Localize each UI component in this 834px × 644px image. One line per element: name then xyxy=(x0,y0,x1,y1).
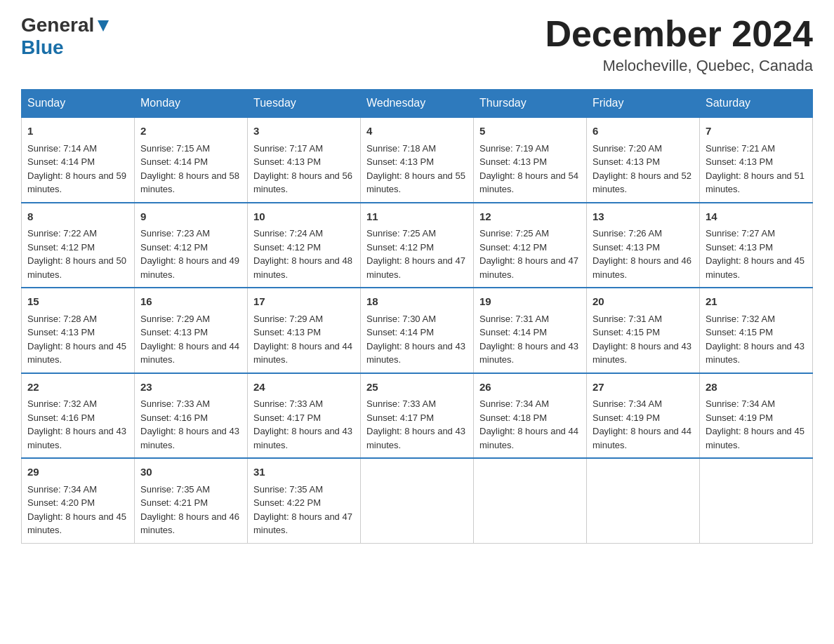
sunrise-text: Sunrise: 7:26 AM xyxy=(593,228,662,239)
col-sunday: Sunday xyxy=(22,90,135,118)
table-row: 3 Sunrise: 7:17 AM Sunset: 4:13 PM Dayli… xyxy=(248,117,361,203)
sunset-text: Sunset: 4:13 PM xyxy=(366,156,434,167)
logo-blue-text: Blue xyxy=(21,36,64,59)
day-number: 18 xyxy=(366,294,468,310)
sunset-text: Sunset: 4:16 PM xyxy=(140,412,208,423)
sunrise-text: Sunrise: 7:30 AM xyxy=(366,314,436,324)
day-number: 15 xyxy=(27,294,128,310)
sunset-text: Sunset: 4:14 PM xyxy=(366,327,434,337)
sunset-text: Sunset: 4:13 PM xyxy=(706,242,773,253)
sunset-text: Sunset: 4:19 PM xyxy=(593,412,660,423)
sunrise-text: Sunrise: 7:18 AM xyxy=(366,143,436,154)
day-number: 20 xyxy=(593,294,694,310)
day-number: 29 xyxy=(27,464,128,481)
table-row: 26 Sunrise: 7:34 AM Sunset: 4:18 PM Dayl… xyxy=(474,373,587,459)
table-row: 12 Sunrise: 7:25 AM Sunset: 4:12 PM Dayl… xyxy=(474,203,587,288)
day-number: 22 xyxy=(27,380,128,396)
table-row: 15 Sunrise: 7:28 AM Sunset: 4:13 PM Dayl… xyxy=(22,288,135,373)
daylight-text: Daylight: 8 hours and 43 minutes. xyxy=(706,341,805,365)
daylight-text: Daylight: 8 hours and 45 minutes. xyxy=(27,511,126,536)
sunrise-text: Sunrise: 7:33 AM xyxy=(366,398,436,409)
sunrise-text: Sunrise: 7:34 AM xyxy=(593,398,662,409)
daylight-text: Daylight: 8 hours and 43 minutes. xyxy=(593,341,691,365)
sunrise-text: Sunrise: 7:34 AM xyxy=(27,484,97,495)
sunrise-text: Sunrise: 7:20 AM xyxy=(593,143,662,154)
table-row: 8 Sunrise: 7:22 AM Sunset: 4:12 PM Dayli… xyxy=(22,203,135,288)
sunrise-text: Sunrise: 7:35 AM xyxy=(253,484,323,495)
day-number: 26 xyxy=(479,380,581,396)
sunrise-text: Sunrise: 7:29 AM xyxy=(253,314,323,324)
table-row: 4 Sunrise: 7:18 AM Sunset: 4:13 PM Dayli… xyxy=(361,117,474,203)
logo-general-text: General xyxy=(21,14,94,36)
table-row: 28 Sunrise: 7:34 AM Sunset: 4:19 PM Dayl… xyxy=(700,373,813,459)
day-number: 12 xyxy=(479,209,581,225)
sunrise-text: Sunrise: 7:31 AM xyxy=(593,314,662,324)
sunset-text: Sunset: 4:13 PM xyxy=(706,156,773,167)
table-row: 9 Sunrise: 7:23 AM Sunset: 4:12 PM Dayli… xyxy=(135,203,248,288)
day-number: 25 xyxy=(366,380,468,396)
sunset-text: Sunset: 4:13 PM xyxy=(479,156,547,167)
sunrise-text: Sunrise: 7:19 AM xyxy=(479,143,549,154)
sunrise-text: Sunrise: 7:35 AM xyxy=(140,484,210,495)
table-row: 31 Sunrise: 7:35 AM Sunset: 4:22 PM Dayl… xyxy=(248,458,361,543)
daylight-text: Daylight: 8 hours and 56 minutes. xyxy=(253,170,352,195)
daylight-text: Daylight: 8 hours and 54 minutes. xyxy=(479,170,578,195)
sunset-text: Sunset: 4:13 PM xyxy=(140,327,208,337)
table-row: 25 Sunrise: 7:33 AM Sunset: 4:17 PM Dayl… xyxy=(361,373,474,459)
daylight-text: Daylight: 8 hours and 45 minutes. xyxy=(706,255,805,280)
table-row: 23 Sunrise: 7:33 AM Sunset: 4:16 PM Dayl… xyxy=(135,373,248,459)
sunset-text: Sunset: 4:14 PM xyxy=(27,156,95,167)
day-number: 23 xyxy=(140,380,241,396)
table-row: 16 Sunrise: 7:29 AM Sunset: 4:13 PM Dayl… xyxy=(135,288,248,373)
calendar-header-row: Sunday Monday Tuesday Wednesday Thursday… xyxy=(22,90,813,118)
calendar-week-4: 22 Sunrise: 7:32 AM Sunset: 4:16 PM Dayl… xyxy=(22,373,813,459)
col-saturday: Saturday xyxy=(700,90,813,118)
table-row: 18 Sunrise: 7:30 AM Sunset: 4:14 PM Dayl… xyxy=(361,288,474,373)
day-number: 17 xyxy=(253,294,355,310)
day-number: 5 xyxy=(479,123,581,140)
daylight-text: Daylight: 8 hours and 50 minutes. xyxy=(27,255,126,280)
col-friday: Friday xyxy=(587,90,700,118)
daylight-text: Daylight: 8 hours and 47 minutes. xyxy=(479,255,578,280)
sunrise-text: Sunrise: 7:33 AM xyxy=(140,398,210,409)
table-row xyxy=(587,458,700,543)
sunset-text: Sunset: 4:19 PM xyxy=(706,412,773,423)
month-title: December 2024 xyxy=(545,14,813,54)
sunrise-text: Sunrise: 7:31 AM xyxy=(479,314,549,324)
sunrise-text: Sunrise: 7:28 AM xyxy=(27,314,97,324)
sunrise-text: Sunrise: 7:22 AM xyxy=(27,228,97,239)
day-number: 27 xyxy=(593,380,694,396)
daylight-text: Daylight: 8 hours and 55 minutes. xyxy=(366,170,465,195)
day-number: 3 xyxy=(253,123,355,140)
calendar-week-3: 15 Sunrise: 7:28 AM Sunset: 4:13 PM Dayl… xyxy=(22,288,813,373)
sunset-text: Sunset: 4:16 PM xyxy=(27,412,95,423)
logo-arrow-icon xyxy=(95,18,111,33)
daylight-text: Daylight: 8 hours and 52 minutes. xyxy=(593,170,691,195)
day-number: 31 xyxy=(253,464,355,481)
daylight-text: Daylight: 8 hours and 49 minutes. xyxy=(140,255,239,280)
sunset-text: Sunset: 4:12 PM xyxy=(253,242,321,253)
sunset-text: Sunset: 4:17 PM xyxy=(253,412,321,423)
sunrise-text: Sunrise: 7:32 AM xyxy=(27,398,97,409)
daylight-text: Daylight: 8 hours and 46 minutes. xyxy=(593,255,691,280)
svg-marker-0 xyxy=(98,20,109,32)
sunrise-text: Sunrise: 7:24 AM xyxy=(253,228,323,239)
table-row: 17 Sunrise: 7:29 AM Sunset: 4:13 PM Dayl… xyxy=(248,288,361,373)
daylight-text: Daylight: 8 hours and 47 minutes. xyxy=(366,255,465,280)
day-number: 16 xyxy=(140,294,241,310)
sunset-text: Sunset: 4:15 PM xyxy=(706,327,773,337)
col-wednesday: Wednesday xyxy=(361,90,474,118)
logo: General Blue xyxy=(21,14,111,59)
page-header: General Blue December 2024 Melocheville,… xyxy=(21,14,813,75)
sunset-text: Sunset: 4:12 PM xyxy=(366,242,434,253)
sunset-text: Sunset: 4:21 PM xyxy=(140,497,208,508)
table-row xyxy=(361,458,474,543)
sunrise-text: Sunrise: 7:23 AM xyxy=(140,228,210,239)
col-thursday: Thursday xyxy=(474,90,587,118)
daylight-text: Daylight: 8 hours and 43 minutes. xyxy=(140,426,239,450)
table-row: 20 Sunrise: 7:31 AM Sunset: 4:15 PM Dayl… xyxy=(587,288,700,373)
table-row: 5 Sunrise: 7:19 AM Sunset: 4:13 PM Dayli… xyxy=(474,117,587,203)
sunset-text: Sunset: 4:17 PM xyxy=(366,412,434,423)
table-row: 10 Sunrise: 7:24 AM Sunset: 4:12 PM Dayl… xyxy=(248,203,361,288)
table-row: 19 Sunrise: 7:31 AM Sunset: 4:14 PM Dayl… xyxy=(474,288,587,373)
